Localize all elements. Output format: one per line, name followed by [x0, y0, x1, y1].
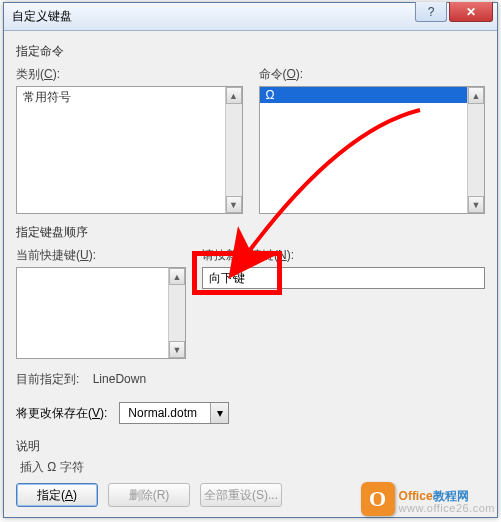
- scroll-down-icon[interactable]: ▼: [226, 196, 242, 213]
- category-column: 类别(C): 常用符号 ▲ ▼: [16, 66, 243, 214]
- dialog-body: 指定命令 类别(C): 常用符号 ▲ ▼ 命令(O):: [4, 31, 497, 484]
- command-label: 命令(O):: [259, 66, 486, 83]
- description-label: 说明: [16, 438, 485, 455]
- help-button[interactable]: ?: [415, 2, 447, 22]
- watermark-logo-icon: O: [361, 482, 395, 516]
- scroll-down-icon[interactable]: ▼: [468, 196, 484, 213]
- dialog-buttons: 指定(A) 删除(R) 全部重设(S)...: [16, 483, 282, 507]
- current-shortcut-column: 当前快捷键(U): ▲ ▼: [16, 247, 186, 359]
- assigned-label: 目前指定到:: [16, 372, 79, 386]
- watermark-text: Office教程网 www.office26.com: [399, 485, 495, 514]
- assigned-value: LineDown: [93, 372, 146, 386]
- scroll-up-icon[interactable]: ▲: [226, 87, 242, 104]
- command-column: 命令(O): Ω ▲ ▼: [259, 66, 486, 214]
- category-label: 类别(C):: [16, 66, 243, 83]
- currently-assigned-to: 目前指定到: LineDown: [16, 371, 485, 388]
- category-list-inner: 常用符号: [17, 87, 225, 213]
- save-changes-line: 将更改保存在(V): Normal.dotm ▾: [16, 402, 485, 424]
- description-section: 说明 插入 Ω 字符: [16, 438, 485, 476]
- category-listbox[interactable]: 常用符号 ▲ ▼: [16, 86, 243, 214]
- new-shortcut-input[interactable]: [202, 267, 485, 289]
- scroll-down-icon[interactable]: ▼: [169, 341, 185, 358]
- command-row: 类别(C): 常用符号 ▲ ▼ 命令(O):: [16, 66, 485, 214]
- reset-all-button: 全部重设(S)...: [200, 483, 282, 507]
- save-in-label: 将更改保存在(V):: [16, 405, 107, 422]
- command-item-selected[interactable]: Ω: [260, 87, 468, 103]
- scroll-up-icon[interactable]: ▲: [169, 268, 185, 285]
- watermark-brand: Office教程网: [399, 485, 495, 503]
- new-shortcut-label: 请按新快捷键(N):: [202, 247, 485, 264]
- current-shortcut-listbox[interactable]: ▲ ▼: [16, 267, 186, 359]
- current-shortcut-inner: [17, 268, 168, 358]
- description-text: 插入 Ω 字符: [20, 459, 485, 476]
- dialog-title: 自定义键盘: [12, 8, 72, 25]
- help-icon: ?: [428, 5, 435, 19]
- close-button[interactable]: ✕: [449, 2, 493, 22]
- category-scrollbar[interactable]: ▲ ▼: [225, 87, 242, 213]
- watermark-url: www.office26.com: [399, 503, 495, 514]
- section-keyboard-sequence: 指定键盘顺序: [16, 224, 485, 241]
- watermark: O Office教程网 www.office26.com: [361, 482, 495, 516]
- new-shortcut-column: 请按新快捷键(N):: [202, 247, 485, 359]
- current-shortcut-label: 当前快捷键(U):: [16, 247, 186, 264]
- titlebar[interactable]: 自定义键盘 ? ✕: [4, 3, 497, 31]
- category-item[interactable]: 常用符号: [17, 87, 225, 108]
- chevron-down-icon: ▾: [217, 406, 223, 420]
- command-scrollbar[interactable]: ▲ ▼: [467, 87, 484, 213]
- assign-button[interactable]: 指定(A): [16, 483, 98, 507]
- scroll-up-icon[interactable]: ▲: [468, 87, 484, 104]
- customize-keyboard-dialog: 自定义键盘 ? ✕ 指定命令 类别(C): 常用符号 ▲ ▼: [3, 2, 498, 518]
- command-listbox[interactable]: Ω ▲ ▼: [259, 86, 486, 214]
- save-in-value: Normal.dotm: [120, 406, 210, 420]
- save-in-combo[interactable]: Normal.dotm ▾: [119, 402, 229, 424]
- titlebar-buttons: ? ✕: [415, 2, 493, 22]
- section-specify-command: 指定命令: [16, 43, 485, 60]
- close-icon: ✕: [466, 5, 476, 19]
- shortcut-row: 当前快捷键(U): ▲ ▼ 请按新快捷键(N):: [16, 247, 485, 359]
- combo-dropdown-button[interactable]: ▾: [210, 403, 228, 423]
- remove-button: 删除(R): [108, 483, 190, 507]
- current-shortcut-scrollbar[interactable]: ▲ ▼: [168, 268, 185, 358]
- command-list-inner: Ω: [260, 87, 468, 213]
